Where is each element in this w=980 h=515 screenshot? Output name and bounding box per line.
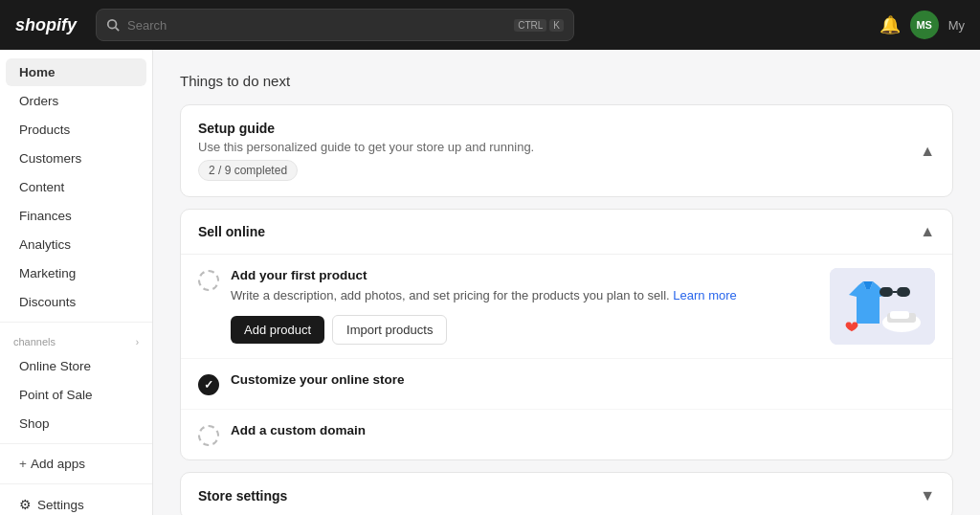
search-icon xyxy=(106,18,120,32)
channels-chevron-icon: › xyxy=(136,337,139,347)
topnav: shopify CTRL K 🔔 MS My xyxy=(0,0,980,50)
search-shortcut: CTRL K xyxy=(514,19,564,32)
sidebar-item-customers[interactable]: Customers xyxy=(6,145,146,172)
svg-point-0 xyxy=(108,20,117,29)
setup-guide-chevron-icon[interactable]: ▲ xyxy=(920,143,935,160)
task-title-customize: Customize your online store xyxy=(231,372,935,387)
sidebar-item-home[interactable]: Home xyxy=(6,58,146,86)
svg-line-1 xyxy=(116,28,120,32)
sidebar: Home Orders Products Customers Content F… xyxy=(0,50,153,515)
setup-guide-description: Use this personalized guide to get your … xyxy=(198,140,534,154)
task-radio-add-product xyxy=(198,270,219,291)
avatar[interactable]: MS xyxy=(910,11,939,39)
task-radio-customize xyxy=(198,374,219,395)
task-title-domain: Add a custom domain xyxy=(231,423,935,437)
sell-online-header[interactable]: Sell online ▲ xyxy=(181,210,952,255)
sidebar-item-point-of-sale[interactable]: Point of Sale xyxy=(6,381,146,409)
svg-rect-2 xyxy=(830,268,935,345)
add-product-button[interactable]: Add product xyxy=(231,316,324,344)
svg-rect-6 xyxy=(897,287,910,297)
sidebar-item-settings[interactable]: ⚙ Settings xyxy=(6,490,146,515)
task-custom-domain: Add a custom domain xyxy=(181,410,952,459)
main-content: Things to do next Setup guide Use this p… xyxy=(153,50,980,515)
layout: Home Orders Products Customers Content F… xyxy=(0,50,980,515)
sell-online-title: Sell online xyxy=(198,224,265,239)
task-content-add-product: Add your first product Write a descripti… xyxy=(231,268,818,345)
sidebar-item-orders[interactable]: Orders xyxy=(6,87,146,115)
search-input[interactable] xyxy=(127,18,506,33)
import-products-button[interactable]: Import products xyxy=(332,315,447,345)
setup-guide-card: Setup guide Use this personalized guide … xyxy=(180,104,953,197)
topnav-right: 🔔 MS My xyxy=(880,11,965,39)
sidebar-divider-2 xyxy=(0,443,152,444)
setup-guide-header[interactable]: Setup guide Use this personalized guide … xyxy=(181,105,952,196)
task-content-customize: Customize your online store xyxy=(231,372,935,391)
sidebar-item-discounts[interactable]: Discounts xyxy=(6,288,146,316)
sidebar-item-add-apps[interactable]: + Add apps xyxy=(6,450,146,478)
store-settings-title: Store settings xyxy=(198,488,287,504)
store-settings-chevron-icon[interactable]: ▼ xyxy=(920,487,935,504)
sidebar-item-products[interactable]: Products xyxy=(6,116,146,144)
progress-label: 2 / 9 completed xyxy=(209,164,287,177)
svg-rect-5 xyxy=(880,287,893,297)
sidebar-item-finances[interactable]: Finances xyxy=(6,202,146,230)
shopify-logo: shopify xyxy=(15,15,77,35)
sidebar-item-shop[interactable]: Shop xyxy=(6,410,146,437)
sidebar-item-online-store[interactable]: Online Store xyxy=(6,352,146,380)
store-settings-header[interactable]: Store settings ▼ xyxy=(181,473,952,515)
product-image-preview xyxy=(830,268,935,345)
task-desc-add-product: Write a description, add photos, and set… xyxy=(231,286,818,305)
page-title: Things to do next xyxy=(180,73,953,89)
svg-rect-10 xyxy=(890,311,909,319)
learn-more-link[interactable]: Learn more xyxy=(673,288,736,302)
bell-icon[interactable]: 🔔 xyxy=(880,14,901,35)
sidebar-channels-label: channels › xyxy=(0,328,152,351)
sidebar-item-analytics[interactable]: Analytics xyxy=(6,231,146,258)
search-k: K xyxy=(549,19,564,32)
search-ctrl: CTRL xyxy=(514,19,546,32)
search-bar[interactable]: CTRL K xyxy=(96,9,574,41)
sidebar-divider xyxy=(0,322,152,323)
sidebar-item-marketing[interactable]: Marketing xyxy=(6,259,146,287)
sell-online-chevron-icon[interactable]: ▲ xyxy=(920,223,935,240)
task-customize-store: Customize your online store xyxy=(181,359,952,410)
sell-online-card: Sell online ▲ Add your first product Wri… xyxy=(180,209,953,460)
store-settings-card: Store settings ▼ xyxy=(180,472,953,515)
task-title-add-product: Add your first product xyxy=(231,268,818,282)
task-actions-add-product: Add product Import products xyxy=(231,315,818,345)
task-add-product: Add your first product Write a descripti… xyxy=(181,255,952,359)
task-radio-domain xyxy=(198,425,219,446)
progress-badge: 2 / 9 completed xyxy=(198,160,298,181)
sidebar-item-content[interactable]: Content xyxy=(6,173,146,201)
sidebar-divider-3 xyxy=(0,483,152,484)
task-content-domain: Add a custom domain xyxy=(231,423,935,441)
setup-guide-title: Setup guide xyxy=(198,121,534,136)
username-label: My xyxy=(948,18,965,33)
